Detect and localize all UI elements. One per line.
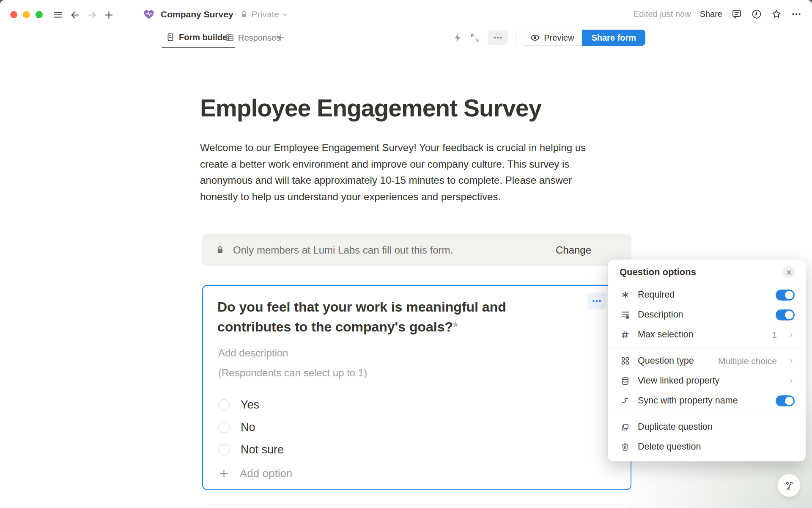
sync-icon	[620, 396, 630, 406]
plus-icon	[276, 32, 286, 42]
menu-item-label: Max selection	[638, 329, 765, 340]
history-clock-icon	[751, 8, 762, 20]
description-toggle[interactable]	[776, 309, 795, 320]
preview-button-label: Preview	[544, 33, 574, 43]
menu-item-label: Delete question	[638, 442, 795, 452]
zoom-window-button[interactable]	[36, 11, 43, 18]
access-notice-text: Only members at Lumi Labs can fill out t…	[233, 244, 556, 256]
form-intro[interactable]: Welcome to our Employee Engagement Surve…	[200, 140, 593, 205]
expand-icon	[470, 33, 480, 43]
question-card[interactable]: Do you feel that your work is meaningful…	[202, 285, 631, 490]
traffic-lights	[10, 11, 43, 18]
more-icon	[791, 8, 802, 20]
add-option-label: Add option	[240, 467, 292, 480]
favorite-button[interactable]	[771, 8, 782, 19]
new-tab-icon	[104, 10, 114, 20]
add-view-button[interactable]	[276, 32, 286, 42]
change-access-button[interactable]: Change	[556, 244, 591, 256]
radio-icon[interactable]	[218, 444, 230, 456]
lightning-icon	[453, 33, 463, 43]
minimize-window-button[interactable]	[23, 11, 30, 18]
chevron-right-icon	[788, 378, 795, 384]
comments-button[interactable]	[731, 8, 742, 19]
duplicate-icon	[620, 422, 630, 432]
share-form-button-label: Share form	[591, 33, 636, 43]
privacy-selector[interactable]: Private	[239, 9, 288, 19]
option-label[interactable]: No	[241, 421, 255, 434]
next-question-card-edge[interactable]	[202, 505, 631, 508]
menu-item-delete-question[interactable]: Delete question	[608, 437, 806, 457]
ai-assistant-button[interactable]	[777, 474, 801, 497]
menu-item-view-linked-property[interactable]: View linked property	[608, 371, 806, 391]
question-options-list: Yes No Not sure Add option	[218, 394, 292, 484]
more-icon	[591, 295, 602, 306]
sidebar-menu-button[interactable]	[52, 9, 63, 20]
share-button[interactable]: Share	[700, 9, 722, 19]
form-title[interactable]: Employee Engagement Survey	[200, 94, 541, 122]
popup-close-button[interactable]	[783, 266, 795, 278]
radio-icon[interactable]	[218, 399, 230, 411]
asterisk-icon	[621, 290, 630, 299]
menu-item-question-type[interactable]: Question type Multiple choice	[608, 351, 806, 371]
close-icon	[786, 269, 792, 276]
share-form-button[interactable]: Share form	[582, 30, 645, 46]
menu-item-label: Required	[638, 290, 768, 300]
menu-divider	[608, 414, 806, 414]
question-options-menu: Question options Required Description Ma…	[608, 260, 806, 461]
option-label[interactable]: Yes	[241, 398, 259, 411]
back-button[interactable]	[69, 9, 80, 20]
new-tab-button[interactable]	[103, 9, 114, 20]
menu-item-sync-property-name[interactable]: Sync with property name	[608, 391, 806, 411]
question-description-placeholder[interactable]: Add description	[218, 347, 288, 359]
question-title-text: Do you feel that your work is meaningful…	[217, 299, 506, 334]
question-title[interactable]: Do you feel that your work is meaningful…	[217, 297, 564, 337]
table-icon	[225, 33, 234, 42]
trash-icon	[620, 442, 630, 452]
automations-button[interactable]	[452, 32, 463, 43]
tab-responses[interactable]: Responses	[221, 27, 285, 48]
menu-item-duplicate-question[interactable]: Duplicate question	[608, 417, 806, 437]
history-button[interactable]	[751, 8, 762, 19]
option-row[interactable]: Yes	[218, 394, 292, 416]
privacy-label: Private	[252, 9, 279, 19]
database-icon	[620, 376, 630, 386]
question-more-button[interactable]	[587, 293, 606, 309]
form-more-button[interactable]	[488, 30, 508, 45]
menu-item-required[interactable]: Required	[608, 285, 806, 305]
menu-item-max-selection[interactable]: Max selection 1	[608, 325, 806, 345]
popup-header: Question options	[608, 266, 806, 285]
more-options-button[interactable]	[791, 8, 802, 19]
menu-item-label: Question type	[638, 356, 711, 366]
required-toggle[interactable]	[776, 290, 795, 301]
chevron-right-icon	[788, 358, 795, 364]
close-window-button[interactable]	[10, 11, 17, 18]
option-row[interactable]: Not sure	[218, 439, 292, 461]
forward-button[interactable]	[86, 9, 97, 20]
heart-pulse-icon	[143, 8, 155, 20]
document-title[interactable]: Company Survey	[161, 9, 233, 19]
option-row[interactable]: No	[218, 416, 292, 439]
plus-icon	[218, 468, 230, 479]
more-icon	[493, 33, 503, 43]
edited-status: Edited just now	[634, 9, 691, 19]
menu-item-description[interactable]: Description	[608, 305, 806, 325]
preview-button[interactable]: Preview	[522, 30, 582, 46]
document-icon	[166, 33, 175, 42]
eye-icon	[530, 33, 540, 43]
comment-icon	[731, 8, 742, 20]
sync-property-toggle[interactable]	[776, 395, 795, 406]
expand-button[interactable]	[469, 32, 480, 43]
menu-item-label: Description	[638, 309, 768, 320]
back-icon	[70, 10, 80, 20]
selection-hint: (Respondents can select up to 1)	[218, 367, 367, 379]
hash-icon	[620, 330, 630, 340]
add-option-button[interactable]: Add option	[218, 462, 292, 484]
ai-face-icon	[782, 479, 796, 492]
radio-icon[interactable]	[218, 422, 230, 433]
chevron-down-icon	[282, 11, 288, 18]
option-label[interactable]: Not sure	[241, 443, 284, 456]
view-tabs: Form builder Responses Preview	[165, 27, 645, 48]
menu-item-label: View linked property	[638, 375, 781, 386]
menu-item-label: Duplicate question	[638, 422, 795, 432]
access-notice-bar: Only members at Lumi Labs can fill out t…	[202, 234, 631, 266]
